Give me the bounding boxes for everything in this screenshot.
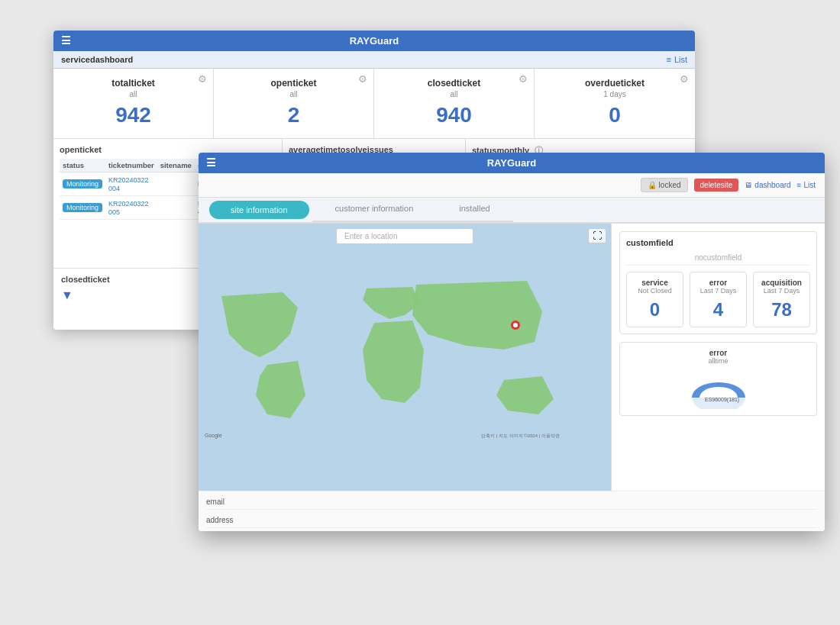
tab-site-information[interactable]: site information: [209, 201, 309, 219]
kpi-totalticket: ⚙ totalticket all 942: [53, 69, 214, 138]
email-label: email: [206, 498, 252, 506]
metric-service-title: service: [632, 279, 678, 287]
map-expand-button[interactable]: ⛶: [588, 228, 606, 243]
metric-service-sub: Not Closed: [632, 287, 678, 295]
kpi-overdueticket: ⚙ overdueticket 1 days 0: [535, 69, 695, 138]
kpi-overdue-value: 0: [547, 103, 683, 127]
menu-icon[interactable]: ☰: [61, 34, 71, 47]
metrics-grid: service Not Closed 0 error Last 7 Days 4…: [626, 272, 810, 327]
svg-text:Google: Google: [205, 433, 222, 439]
list-button-2[interactable]: ≡ List: [797, 181, 816, 189]
kpi-open-value: 2: [226, 103, 361, 127]
metric-error-sub: Last 7 Days: [695, 287, 741, 295]
kpi-open-sub: all: [226, 90, 361, 98]
win2-title: RAYGuard: [487, 157, 537, 169]
metric-error: error Last 7 Days 4: [690, 272, 747, 327]
kpi-total-value: 942: [66, 103, 201, 127]
col-sitename: sitename: [157, 159, 195, 172]
metric-acq-value: 78: [758, 299, 805, 321]
ticket-link[interactable]: KR20240322004: [108, 176, 149, 192]
metric-acq-sub: Last 7 Days: [758, 287, 805, 295]
map-section: Enter a location ⛶: [199, 224, 611, 491]
site-name-cell: [157, 172, 195, 195]
metric-acquisition: acquisition Last 7 Days 78: [753, 272, 810, 327]
svg-text:단축키 | 지도 이미지 ©2024 | 이용약관: 단축키 | 지도 이미지 ©2024 | 이용약관: [481, 433, 560, 438]
kpi-open-title: openticket: [226, 78, 361, 89]
kpi-overdue-title: overdueticket: [547, 78, 683, 89]
customfield-box: customfield nocustomfield service Not Cl…: [619, 231, 817, 334]
tab-customer-information[interactable]: customer information: [312, 198, 437, 222]
email-field: email: [206, 495, 817, 510]
col-status: status: [60, 159, 105, 172]
gear-icon-overdue[interactable]: ⚙: [680, 73, 689, 85]
win2-titlebar: ☰ RAYGuard: [199, 153, 825, 173]
servicedashboard-label: servicedashboard: [61, 55, 133, 64]
metric-service-value: 0: [632, 299, 678, 321]
error-alltime-sub: alltime: [626, 357, 810, 365]
kpi-overdue-sub: 1 days: [547, 90, 683, 98]
win1-subbar: servicedashboard ≡ List: [53, 51, 695, 69]
win2-main-content: Enter a location ⛶: [199, 224, 825, 491]
site-name-cell: [157, 195, 195, 219]
svg-point-41: [513, 323, 518, 327]
svg-text:ES96009(181): ES96009(181): [705, 397, 739, 403]
right-panel: customfield nocustomfield service Not Cl…: [611, 224, 825, 491]
dashboard-button[interactable]: 🖥 dashboard: [745, 181, 790, 189]
col-ticketnum: ticketnumber: [105, 159, 157, 172]
metric-error-title: error: [695, 279, 741, 287]
address-field: address: [206, 513, 817, 528]
win1-title: RAYGuard: [350, 35, 399, 47]
deletesite-button[interactable]: deletesite: [694, 179, 739, 192]
kpi-row: ⚙ totalticket all 942 ⚙ openticket all 2…: [53, 69, 695, 139]
list-icon-2: ≡: [797, 181, 802, 189]
status-badge: Monitoring: [63, 179, 102, 188]
ticket-link[interactable]: KR20240322005: [108, 200, 149, 216]
kpi-closed-title: closedticket: [386, 78, 522, 89]
no-customfield-label: nocustomfield: [626, 250, 810, 266]
error-donut-chart: ES96009(181): [688, 371, 749, 409]
metric-service: service Not Closed 0: [626, 272, 683, 327]
kpi-total-title: totalticket: [66, 78, 201, 89]
kpi-closed-value: 940: [386, 103, 522, 127]
world-map: Google 단축키 | 지도 이미지 ©2024 | 이용약관: [199, 224, 611, 491]
list-button[interactable]: ≡ List: [666, 55, 687, 64]
map-search-input[interactable]: Enter a location: [336, 228, 473, 244]
kpi-closedticket: ⚙ closedticket all 940: [374, 69, 535, 138]
gear-icon-total[interactable]: ⚙: [198, 73, 207, 85]
gear-icon-open[interactable]: ⚙: [358, 73, 367, 85]
tab-installed[interactable]: installed: [436, 198, 512, 222]
site-detail-window: ☰ RAYGuard 🔒 locked deletesite 🖥 dashboa…: [199, 153, 825, 531]
menu-icon-2[interactable]: ☰: [206, 156, 216, 169]
metric-acq-title: acquisition: [758, 279, 805, 287]
lock-icon: 🔒: [648, 181, 657, 189]
list-icon: ≡: [666, 55, 670, 64]
status-badge: Monitoring: [63, 203, 102, 212]
locked-button[interactable]: 🔒 locked: [641, 178, 688, 192]
form-fields: email address: [199, 491, 825, 531]
customfield-title: customfield: [626, 238, 810, 247]
metric-error-value: 4: [695, 299, 741, 321]
kpi-closed-sub: all: [386, 90, 522, 98]
error-alltime-title: error: [626, 349, 810, 357]
win1-titlebar: ☰ RAYGuard: [53, 31, 695, 51]
kpi-total-sub: all: [66, 90, 201, 98]
address-label: address: [206, 516, 252, 524]
tab-bar: site information customer information in…: [199, 198, 825, 224]
kpi-openticket: ⚙ openticket all 2: [214, 69, 374, 138]
win2-toolbar: 🔒 locked deletesite 🖥 dashboard ≡ List: [199, 173, 825, 198]
gear-icon-closed[interactable]: ⚙: [519, 73, 528, 85]
error-alltime-box: error alltime ES96009(181): [619, 342, 817, 416]
monitor-icon: 🖥: [745, 181, 752, 189]
